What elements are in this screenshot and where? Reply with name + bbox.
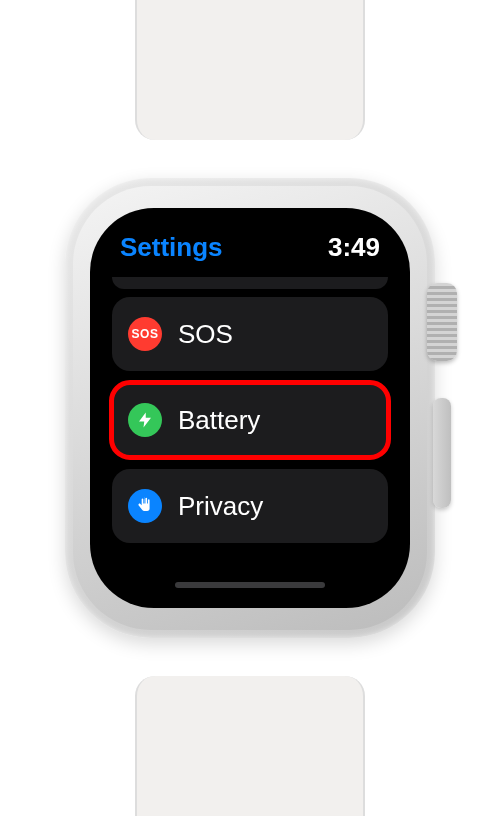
watch-body: Settings 3:49 SOS SOS Battery	[65, 178, 435, 638]
list-scroll-edge-top	[112, 277, 388, 289]
sos-icon: SOS	[128, 317, 162, 351]
digital-crown[interactable]	[427, 283, 457, 361]
side-button[interactable]	[433, 398, 451, 508]
settings-item-privacy[interactable]: Privacy	[112, 469, 388, 543]
clock-time: 3:49	[328, 232, 380, 263]
settings-item-label: SOS	[178, 319, 233, 350]
watch-band-bottom	[135, 676, 365, 816]
settings-item-sos[interactable]: SOS SOS	[112, 297, 388, 371]
back-button[interactable]: Settings	[120, 232, 223, 263]
settings-item-label: Privacy	[178, 491, 263, 522]
scroll-indicator	[175, 582, 325, 588]
battery-icon	[128, 403, 162, 437]
watch-band-top	[135, 0, 365, 140]
watch-screen: Settings 3:49 SOS SOS Battery	[90, 208, 410, 608]
settings-item-label: Battery	[178, 405, 260, 436]
privacy-hand-icon	[128, 489, 162, 523]
settings-list: SOS SOS Battery Privacy	[110, 297, 390, 543]
status-bar: Settings 3:49	[110, 232, 390, 273]
settings-item-battery[interactable]: Battery	[112, 383, 388, 457]
